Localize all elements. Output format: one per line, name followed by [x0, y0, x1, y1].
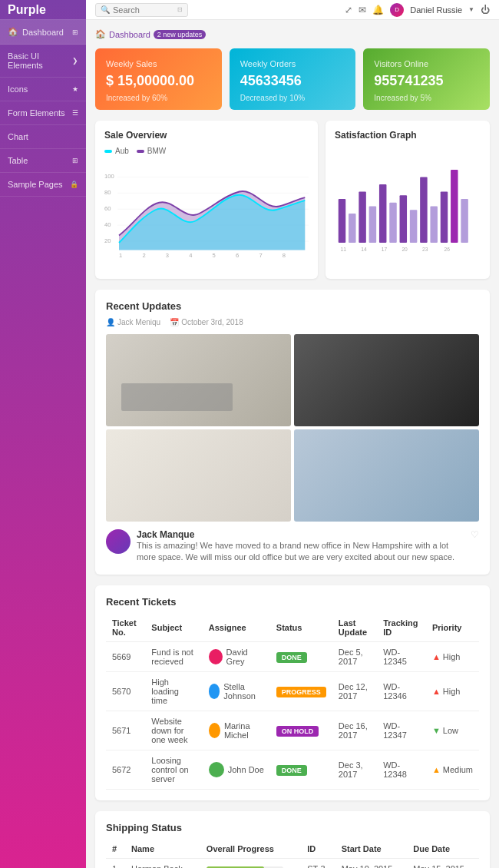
menu-icon: ☰: [72, 109, 78, 117]
charts-row: Sale Overview Aub BMW 100 80 60: [95, 121, 490, 279]
bell-icon[interactable]: 🔔: [372, 5, 384, 15]
svg-text:40: 40: [104, 221, 111, 228]
shipping-table: # Name Overall Progress ID Start Date Du…: [106, 840, 479, 868]
home-icon: 🏠: [8, 27, 18, 37]
ticket-no: 5671: [106, 711, 145, 750]
shipping-start: May 10, 2015: [335, 858, 408, 868]
search-icon: 🔍: [101, 5, 110, 14]
chart-legend: Aub BMW: [104, 147, 309, 155]
search-input[interactable]: [113, 5, 174, 15]
home-breadcrumb-icon: 🏠: [95, 29, 106, 39]
svg-rect-25: [410, 210, 418, 243]
sidebar-item-dashboard[interactable]: 🏠 Dashboard ⊞: [0, 20, 86, 45]
svg-text:26: 26: [444, 247, 451, 252]
svg-rect-19: [349, 214, 356, 243]
recent-updates-card: Recent Updates 👤 Jack Meniqu 📅 October 3…: [95, 290, 490, 575]
sidebar-item-label: Basic UI Elements: [8, 51, 72, 70]
content-area: 🏠 Dashboard 2 new updates Weekly Sales $…: [86, 20, 499, 868]
stat-card-weekly-orders: Weekly Orders 45633456 Decreased by 10%: [230, 48, 356, 110]
images-grid: [106, 334, 479, 522]
sidebar-item-form[interactable]: Form Elements ☰: [0, 101, 86, 125]
sidebar-item-basic-ui[interactable]: Basic UI Elements ❯: [0, 45, 86, 78]
weekly-orders-value: 45633456: [240, 73, 345, 89]
stat-cards-row: Weekly Sales $ 15,00000.00 Increased by …: [95, 48, 490, 110]
username[interactable]: Daniel Russie: [410, 5, 462, 15]
col-assignee: Assignee: [203, 614, 270, 642]
visitors-sub: Increased by 5%: [374, 94, 479, 102]
table-row: 5669 Fund is not recieved David Grey DON…: [106, 641, 479, 671]
breadcrumb-label: Dashboard: [109, 30, 150, 39]
power-icon[interactable]: ⏻: [481, 5, 490, 15]
recent-tickets-title: Recent Tickets: [106, 596, 479, 608]
ticket-status: PROGRESS: [270, 671, 332, 711]
weekly-sales-value: $ 15,00000.00: [106, 73, 211, 89]
area-chart-svg: 100 80 60 40 20: [104, 160, 309, 267]
col-subject: Subject: [145, 614, 202, 642]
table-row: 5671 Website down for one week Marina Mi…: [106, 711, 479, 750]
visitors-value: 955741235: [374, 73, 479, 89]
sidebar: Purple 🏠 Dashboard ⊞ Basic UI Elements ❯…: [0, 0, 86, 868]
update-user-section: Jack Manque This is amazing! We have mov…: [106, 529, 479, 564]
col-name: Name: [125, 840, 200, 859]
chevron-down-icon: ▼: [468, 6, 474, 13]
svg-rect-22: [379, 184, 387, 243]
table-icon: ⊞: [72, 157, 78, 164]
sidebar-item-chart[interactable]: Chart: [0, 125, 86, 149]
ticket-priority: ▲ Medium: [426, 750, 479, 789]
header: 🔍 ⊡ ⤢ ✉ 🔔 D Daniel Russie ▼ ⏻: [86, 0, 499, 20]
ticket-last-update: Dec 3, 2017: [332, 750, 377, 789]
svg-text:5: 5: [213, 252, 216, 259]
app-name: Purple: [8, 3, 46, 17]
ticket-tracking: WD-12347: [377, 711, 426, 750]
image-keyboard: [106, 334, 291, 426]
shipping-progress: [200, 858, 301, 868]
tickets-header-row: Ticket No. Subject Assignee Status Last …: [106, 614, 479, 642]
ticket-priority: ▼ Low: [426, 711, 479, 750]
ticket-tracking: WD-12348: [377, 750, 426, 789]
ticket-tracking: WD-12346: [377, 671, 426, 711]
ticket-subject: Website down for one week: [145, 711, 202, 750]
update-user-content: Jack Manque This is amazing! We have mov…: [137, 529, 464, 564]
svg-text:23: 23: [422, 247, 428, 252]
dashboard-icon: ⊞: [72, 28, 78, 36]
ticket-priority: ▲ High: [426, 671, 479, 711]
ticket-status: ON HOLD: [270, 711, 332, 750]
col-start-date: Start Date: [335, 840, 408, 859]
col-ticket-no: Ticket No.: [106, 614, 145, 642]
sale-overview-card: Sale Overview Aub BMW 100 80 60: [95, 121, 318, 279]
ticket-tracking: WD-12345: [377, 641, 426, 671]
svg-text:2: 2: [142, 252, 145, 259]
legend-aub-label: Aub: [115, 147, 129, 155]
svg-text:1: 1: [119, 252, 122, 259]
svg-rect-24: [400, 195, 408, 243]
ticket-last-update: Dec 16, 2017: [332, 711, 377, 750]
weekly-sales-label: Weekly Sales: [106, 59, 211, 68]
mail-icon[interactable]: ✉: [359, 5, 366, 15]
weekly-orders-label: Weekly Orders: [240, 59, 345, 68]
sidebar-item-table[interactable]: Table ⊞: [0, 149, 86, 173]
svg-rect-20: [359, 192, 366, 244]
stat-card-weekly-sales: Weekly Sales $ 15,00000.00 Increased by …: [95, 48, 222, 110]
ticket-no: 5670: [106, 671, 145, 711]
ticket-priority: ▲ High: [426, 641, 479, 671]
legend-bmw-label: BMW: [147, 147, 166, 155]
svg-rect-21: [369, 207, 377, 244]
sidebar-item-sample[interactable]: Sample Pages 🔒: [0, 173, 86, 197]
svg-text:100: 100: [104, 173, 114, 180]
svg-text:3: 3: [166, 252, 169, 259]
svg-text:11: 11: [341, 247, 347, 252]
legend-aub-dot: [104, 150, 112, 153]
sidebar-item-icons[interactable]: Icons ★: [0, 78, 86, 101]
fullscreen-icon[interactable]: ⤢: [345, 5, 352, 15]
date-meta: 📅 October 3rd, 2018: [170, 318, 243, 326]
svg-rect-30: [461, 199, 468, 243]
svg-rect-18: [339, 199, 346, 243]
heart-icon[interactable]: ♡: [471, 529, 479, 540]
shipping-status-title: Shipping Status: [106, 822, 479, 833]
col-tracking-id: Tracking ID: [377, 614, 426, 642]
stat-card-visitors: Visitors Online 955741235 Increased by 5…: [363, 48, 490, 110]
expand-icon: ⊡: [177, 6, 183, 13]
update-user-text: This is amazing! We have moved to a bran…: [137, 540, 464, 564]
table-row: 1 Herman Beck ST-3 May 10, 2015 May 15, …: [106, 858, 479, 868]
search-bar[interactable]: 🔍 ⊡: [95, 3, 188, 17]
